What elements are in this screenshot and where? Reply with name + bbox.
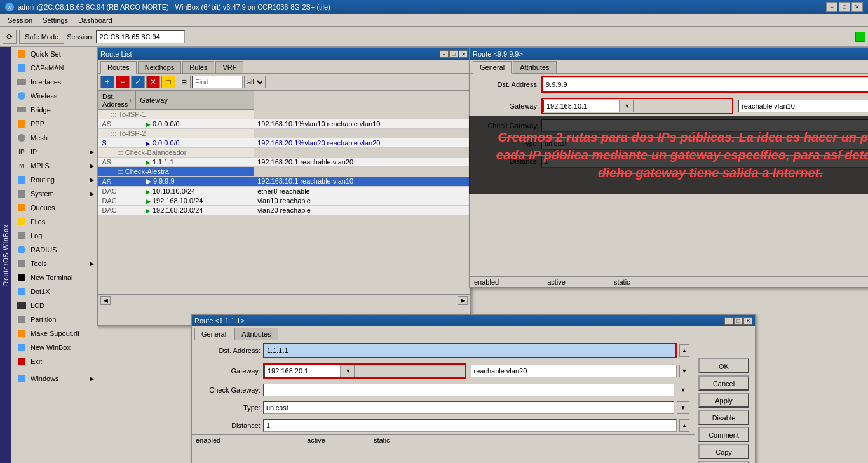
title-controls[interactable]: − □ ✕ [826, 2, 863, 12]
distance-scroll-up-2[interactable]: ▲ [679, 419, 689, 432]
gateway-input-2[interactable] [264, 365, 341, 377]
menu-dashboard[interactable]: Dashboard [73, 15, 118, 25]
win-maximize[interactable]: □ [449, 50, 458, 58]
sidebar-item-mesh[interactable]: Mesh [11, 131, 97, 145]
route-detail-2-controls[interactable]: − □ ✕ [724, 317, 752, 325]
find-input[interactable] [192, 76, 243, 88]
col-dst-address[interactable]: Dst. Address ↕ [98, 91, 136, 110]
table-row[interactable]: ::: Check-Balanceador [98, 148, 471, 158]
sidebar-item-routing[interactable]: Routing [11, 173, 97, 187]
filter-button[interactable]: ⊞ [177, 76, 191, 88]
distance-input-1[interactable] [541, 155, 868, 168]
tab-routes[interactable]: Routes [100, 61, 137, 74]
enable-button[interactable]: ✓ [131, 76, 145, 88]
copy-button[interactable]: □ [161, 76, 175, 88]
sidebar-item-quickset[interactable]: Quick Set [11, 47, 97, 61]
tab-vrf[interactable]: VRF [215, 61, 243, 73]
rd2-min[interactable]: − [724, 317, 733, 325]
dst-address-input-1[interactable] [543, 78, 868, 91]
sidebar-item-dot1x[interactable]: Dot1X [11, 285, 97, 299]
route-list-tabs: Routes Nexthops Rules VRF [98, 60, 470, 74]
tab-attributes-2[interactable]: Attributes [234, 328, 278, 340]
gateway-dropdown-2[interactable]: ▼ [342, 365, 355, 377]
type-input-2[interactable] [263, 401, 674, 414]
add-button[interactable]: + [100, 76, 114, 88]
rd2-close[interactable]: ✕ [743, 317, 752, 325]
sidebar-item-files[interactable]: Files [11, 215, 97, 229]
session-input[interactable] [96, 30, 185, 43]
win-close[interactable]: ✕ [459, 50, 468, 58]
cancel-button[interactable]: Cancel [698, 375, 749, 391]
table-row[interactable]: ::: To-ISP-2 [98, 129, 471, 138]
menu-session[interactable]: Session [3, 15, 37, 25]
table-row[interactable]: ::: To-ISP-1 [98, 110, 471, 119]
remove-button[interactable]: − [116, 76, 130, 88]
sidebar-item-windows[interactable]: Windows [11, 372, 97, 386]
col-gateway[interactable]: Gateway [136, 91, 254, 110]
type-dropdown-2[interactable]: ▼ [677, 401, 689, 414]
menu-settings[interactable]: Settings [37, 15, 73, 25]
gateway-extra-1[interactable] [738, 100, 868, 112]
dst-address-input-2[interactable] [264, 344, 675, 357]
sidebar-item-ip[interactable]: IP IP [11, 145, 97, 159]
table-row[interactable]: DAC ▶ 192.168.20.0/24 vlan20 reachable [98, 206, 471, 215]
sidebar-item-log[interactable]: Log [11, 229, 97, 243]
sidebar-item-interfaces[interactable]: Interfaces [11, 75, 97, 89]
ok-button[interactable]: OK [698, 358, 749, 373]
tab-general-2[interactable]: General [194, 328, 233, 340]
minimize-button[interactable]: − [826, 2, 837, 12]
table-row[interactable]: AS ▶ 1.1.1.1 192.168.20.1 reachable vlan… [98, 158, 471, 167]
tab-general-1[interactable]: General [473, 61, 512, 74]
nav-right[interactable]: ▶ [458, 296, 468, 305]
sidebar-item-new-winbox[interactable]: New WinBox [11, 340, 97, 354]
disable-button[interactable]: Disable [698, 410, 749, 425]
sidebar-item-system[interactable]: System [11, 187, 97, 201]
sidebar-item-supout[interactable]: Make Supout.rif [11, 326, 97, 340]
distance-input-2[interactable] [263, 419, 677, 432]
sidebar-item-radius[interactable]: RADIUS [11, 243, 97, 257]
maximize-button[interactable]: □ [839, 2, 850, 12]
check-gateway-input-1[interactable] [541, 119, 868, 132]
sidebar-item-wireless[interactable]: Wireless [11, 89, 97, 103]
sidebar-item-partition[interactable]: Partition [11, 312, 97, 326]
sidebar-item-capsman[interactable]: CAPsMAN [11, 61, 97, 75]
table-row[interactable]: DAC ▶ 192.168.10.0/24 vlan10 reachable [98, 196, 471, 206]
nav-left[interactable]: ◀ [100, 296, 111, 305]
tab-nexthops[interactable]: Nexthops [138, 61, 181, 73]
gateway-dropdown-1[interactable]: ▼ [621, 100, 634, 112]
table-row[interactable]: AS ▶ 9.9.9.9 192.168.10.1 reachable vlan… [98, 177, 471, 187]
rd2-max[interactable]: □ [734, 317, 743, 325]
tab-rules[interactable]: Rules [182, 61, 214, 73]
refresh-button[interactable]: ⟳ [3, 30, 17, 44]
table-row[interactable]: S ▶ 0.0.0.0/0 192.168.20.1%vlan20 reacha… [98, 138, 471, 148]
apply-button[interactable]: Apply [698, 393, 749, 408]
table-row[interactable]: DAC ▶ 10.10.10.0/24 ether8 reachable [98, 187, 471, 196]
sidebar-item-tools[interactable]: Tools [11, 257, 97, 271]
dst-scroll-2[interactable]: ▲ [679, 344, 689, 357]
close-button[interactable]: ✕ [851, 2, 863, 12]
sidebar-item-ppp[interactable]: PPP [11, 117, 97, 131]
sidebar-item-lcd[interactable]: LCD [11, 299, 97, 312]
window-controls[interactable]: − □ ✕ [440, 50, 468, 58]
sidebar-item-queues[interactable]: Queues [11, 201, 97, 215]
copy-button[interactable]: Copy [698, 444, 749, 459]
disable-button[interactable]: ✕ [146, 76, 160, 88]
sidebar-item-new-terminal[interactable]: New Terminal [11, 271, 97, 285]
comment-button[interactable]: Comment [698, 427, 749, 442]
sidebar-item-mpls[interactable]: M MPLS [11, 159, 97, 173]
safemode-button[interactable]: Safe Mode [19, 30, 64, 44]
sidebar-item-bridge[interactable]: Bridge [11, 103, 97, 117]
gateway-extra-2[interactable] [471, 365, 677, 377]
tab-attributes-1[interactable]: Attributes [513, 61, 556, 73]
sidebar-item-exit[interactable]: Exit [11, 354, 97, 368]
check-gateway-input-2[interactable] [263, 384, 674, 396]
route-table-scroll[interactable]: Dst. Address ↕ Gateway [98, 91, 470, 294]
win-minimize[interactable]: − [440, 50, 449, 58]
gateway-input-1[interactable] [543, 100, 620, 112]
find-select[interactable]: all [244, 76, 266, 88]
gateway-scroll-2[interactable]: ▼ [679, 365, 689, 377]
type-input-1[interactable] [541, 137, 868, 150]
check-gateway-dropdown-2[interactable]: ▼ [677, 384, 689, 396]
table-row[interactable]: AS ▶ 0.0.0.0/0 192.168.10.1%vlan10 reach… [98, 119, 471, 129]
table-row[interactable]: ::: Check-Alestra [98, 167, 471, 177]
